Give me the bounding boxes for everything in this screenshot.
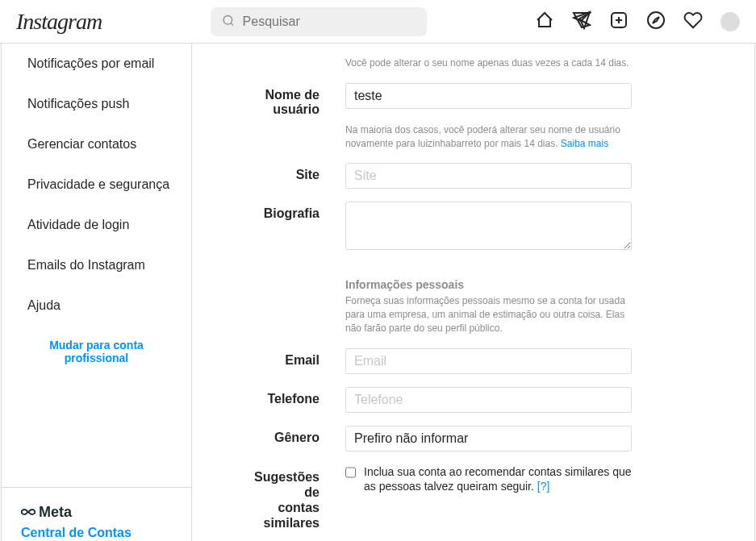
svg-marker-8 [653, 17, 659, 23]
phone-input[interactable] [345, 387, 632, 413]
email-input[interactable] [345, 348, 632, 374]
top-nav: Instagram [0, 0, 756, 44]
phone-row: Telefone [240, 387, 722, 413]
sidebar-items: Notificações por email Notificações push… [2, 44, 191, 377]
settings-container: Notificações por email Notificações push… [1, 44, 755, 541]
switch-pro-wrap: Mudar para conta profissional [2, 326, 191, 377]
svg-line-1 [231, 23, 233, 25]
suggest-row: Sugestões de contas similares Inclua sua… [240, 464, 722, 531]
switch-pro-line2: profissional [65, 352, 128, 364]
activity-icon[interactable] [683, 10, 703, 32]
suggest-checkbox[interactable] [345, 466, 356, 479]
svg-point-7 [648, 12, 664, 28]
sidebar-item-emails[interactable]: Emails do Instagram [2, 245, 191, 285]
meta-brand-text: Meta [39, 504, 72, 521]
sidebar: Notificações por email Notificações push… [2, 44, 192, 541]
search-input[interactable] [211, 7, 427, 36]
username-input[interactable] [345, 83, 632, 109]
suggest-checkbox-label: Inclua sua conta ao recomendar contas si… [364, 464, 632, 493]
meta-logo: Meta [21, 504, 172, 521]
username-help-row: Na maioria dos casos, você poderá altera… [240, 123, 722, 151]
username-label: Nome de usuário [240, 83, 345, 117]
suggest-label-line1: Sugestões de [254, 470, 320, 499]
switch-pro-link[interactable]: Mudar para conta profissional [49, 339, 144, 364]
gender-input[interactable] [345, 426, 632, 452]
username-help: Na maioria dos casos, você poderá altera… [345, 123, 632, 151]
sidebar-item-contacts[interactable]: Gerenciar contatos [2, 124, 191, 164]
messenger-icon[interactable] [572, 10, 591, 32]
phone-label: Telefone [240, 387, 345, 413]
email-row: Email [240, 348, 722, 374]
bio-input[interactable] [345, 202, 632, 250]
personal-info-desc: Forneça suas informações pessoais mesmo … [345, 294, 632, 335]
nav-icons [535, 10, 740, 32]
new-post-icon[interactable] [609, 10, 629, 32]
site-row: Site [240, 163, 722, 189]
suggest-label-line2: contas similares [264, 501, 320, 530]
home-icon[interactable] [535, 10, 554, 32]
edit-profile-form: Você pode alterar o seu nome apenas duas… [192, 44, 754, 541]
meta-panel: Meta Central de Contas Controle as confi… [2, 487, 191, 541]
personal-info-head-row: Informações pessoais Forneça suas inform… [240, 278, 722, 335]
avatar[interactable] [720, 12, 740, 31]
gender-row: Gênero [240, 426, 722, 452]
sidebar-item-login-activity[interactable]: Atividade de login [2, 205, 191, 245]
sidebar-item-help[interactable]: Ajuda [2, 285, 191, 326]
sidebar-item-privacy[interactable]: Privacidade e segurança [2, 164, 191, 205]
username-row: Nome de usuário [240, 83, 722, 117]
suggest-checkbox-text: Inclua sua conta ao recomendar contas si… [364, 465, 632, 493]
suggest-help-link[interactable]: [?] [537, 480, 550, 493]
svg-point-0 [223, 15, 232, 24]
name-help-row: Você pode alterar o seu nome apenas duas… [240, 56, 722, 70]
personal-info-title: Informações pessoais [345, 278, 632, 291]
instagram-logo[interactable]: Instagram [16, 9, 102, 35]
site-label: Site [240, 163, 345, 189]
sidebar-item-push-notifs[interactable]: Notificações push [2, 84, 191, 124]
search-wrap [211, 7, 427, 36]
learn-more-link[interactable]: Saiba mais [561, 138, 608, 149]
search-icon [222, 14, 235, 29]
meta-infinity-icon [21, 504, 36, 521]
email-label: Email [240, 348, 345, 374]
suggest-label: Sugestões de contas similares [240, 464, 345, 531]
switch-pro-line1: Mudar para conta [49, 339, 144, 352]
bio-row: Biografia [240, 202, 722, 252]
gender-label: Gênero [240, 426, 345, 452]
name-help-text: Você pode alterar o seu nome apenas duas… [345, 56, 632, 70]
site-input[interactable] [345, 163, 632, 189]
bio-label: Biografia [240, 202, 345, 252]
explore-icon[interactable] [646, 10, 666, 32]
suggest-checkbox-row: Inclua sua conta ao recomendar contas si… [345, 464, 632, 493]
accounts-center-link[interactable]: Central de Contas [21, 526, 172, 540]
sidebar-item-email-notifs[interactable]: Notificações por email [2, 44, 191, 84]
